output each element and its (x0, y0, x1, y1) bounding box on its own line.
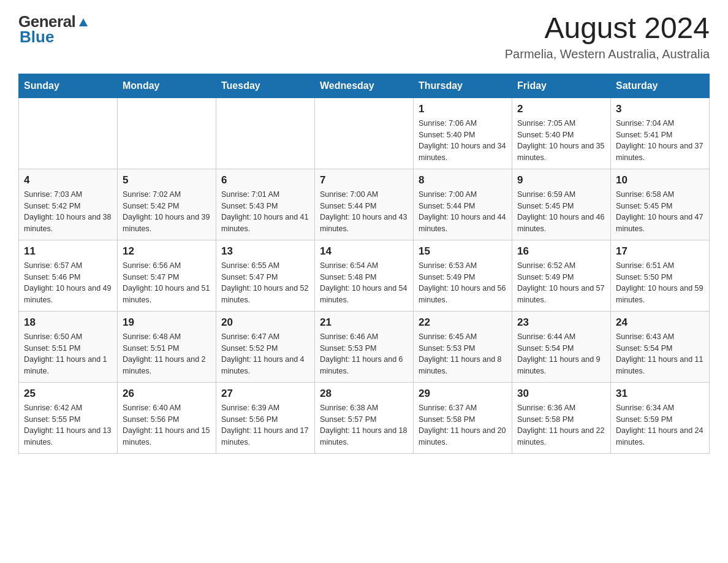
logo: General Blue (18, 12, 91, 47)
header-monday: Monday (118, 74, 216, 98)
calendar-row-3: 11Sunrise: 6:57 AM Sunset: 5:46 PM Dayli… (19, 240, 710, 311)
day-number: 6 (221, 174, 309, 186)
calendar-cell-w5-d0: 25Sunrise: 6:42 AM Sunset: 5:55 PM Dayli… (19, 382, 118, 453)
calendar-cell-w3-d3: 14Sunrise: 6:54 AM Sunset: 5:48 PM Dayli… (315, 240, 414, 311)
day-info: Sunrise: 6:44 AM Sunset: 5:54 PM Dayligh… (517, 331, 605, 377)
day-number: 5 (123, 174, 211, 186)
day-number: 9 (517, 174, 605, 186)
calendar-cell-w3-d2: 13Sunrise: 6:55 AM Sunset: 5:47 PM Dayli… (216, 240, 315, 311)
calendar-cell-w2-d1: 5Sunrise: 7:02 AM Sunset: 5:42 PM Daylig… (118, 169, 216, 240)
day-info: Sunrise: 6:58 AM Sunset: 5:45 PM Dayligh… (616, 189, 704, 235)
day-info: Sunrise: 6:48 AM Sunset: 5:51 PM Dayligh… (123, 331, 211, 377)
page-header: General Blue August 2024 Parmelia, Weste… (18, 12, 710, 61)
calendar-cell-w3-d6: 17Sunrise: 6:51 AM Sunset: 5:50 PM Dayli… (611, 240, 710, 311)
day-info: Sunrise: 7:00 AM Sunset: 5:44 PM Dayligh… (419, 189, 507, 235)
calendar-cell-w3-d0: 11Sunrise: 6:57 AM Sunset: 5:46 PM Dayli… (19, 240, 118, 311)
day-number: 31 (616, 388, 704, 400)
day-info: Sunrise: 7:06 AM Sunset: 5:40 PM Dayligh… (419, 118, 507, 164)
logo-triangle-icon (77, 15, 90, 29)
calendar-cell-w1-d0 (19, 98, 118, 169)
calendar-cell-w3-d4: 15Sunrise: 6:53 AM Sunset: 5:49 PM Dayli… (414, 240, 512, 311)
day-number: 26 (123, 388, 211, 400)
day-info: Sunrise: 7:00 AM Sunset: 5:44 PM Dayligh… (320, 189, 408, 235)
logo-blue-text: Blue (20, 28, 54, 47)
calendar-cell-w3-d1: 12Sunrise: 6:56 AM Sunset: 5:47 PM Dayli… (118, 240, 216, 311)
day-number: 11 (24, 245, 112, 258)
header-row: Sunday Monday Tuesday Wednesday Thursday… (19, 74, 710, 98)
calendar-row-2: 4Sunrise: 7:03 AM Sunset: 5:42 PM Daylig… (19, 169, 710, 240)
day-info: Sunrise: 6:51 AM Sunset: 5:50 PM Dayligh… (616, 260, 704, 306)
day-number: 16 (517, 245, 605, 258)
day-info: Sunrise: 6:46 AM Sunset: 5:53 PM Dayligh… (320, 331, 408, 377)
day-info: Sunrise: 6:34 AM Sunset: 5:59 PM Dayligh… (616, 402, 704, 448)
header-sunday: Sunday (19, 74, 118, 98)
calendar-row-5: 25Sunrise: 6:42 AM Sunset: 5:55 PM Dayli… (19, 382, 710, 453)
calendar-cell-w4-d4: 22Sunrise: 6:45 AM Sunset: 5:53 PM Dayli… (414, 311, 512, 382)
day-number: 24 (616, 316, 704, 329)
calendar-header: Sunday Monday Tuesday Wednesday Thursday… (19, 74, 710, 98)
day-info: Sunrise: 7:05 AM Sunset: 5:40 PM Dayligh… (517, 118, 605, 164)
day-number: 1 (419, 103, 507, 115)
day-number: 12 (123, 245, 211, 258)
day-number: 4 (24, 174, 112, 186)
day-info: Sunrise: 6:42 AM Sunset: 5:55 PM Dayligh… (24, 402, 112, 448)
calendar-cell-w5-d2: 27Sunrise: 6:39 AM Sunset: 5:56 PM Dayli… (216, 382, 315, 453)
calendar-cell-w4-d3: 21Sunrise: 6:46 AM Sunset: 5:53 PM Dayli… (315, 311, 414, 382)
day-number: 20 (221, 316, 309, 329)
day-info: Sunrise: 6:50 AM Sunset: 5:51 PM Dayligh… (24, 331, 112, 377)
day-number: 8 (419, 174, 507, 186)
day-number: 10 (616, 174, 704, 186)
calendar-cell-w3-d5: 16Sunrise: 6:52 AM Sunset: 5:49 PM Dayli… (512, 240, 611, 311)
day-number: 25 (24, 388, 112, 400)
calendar-cell-w4-d0: 18Sunrise: 6:50 AM Sunset: 5:51 PM Dayli… (19, 311, 118, 382)
day-number: 7 (320, 174, 408, 186)
header-thursday: Thursday (414, 74, 512, 98)
day-info: Sunrise: 6:38 AM Sunset: 5:57 PM Dayligh… (320, 402, 408, 448)
day-info: Sunrise: 6:52 AM Sunset: 5:49 PM Dayligh… (517, 260, 605, 306)
day-info: Sunrise: 6:59 AM Sunset: 5:45 PM Dayligh… (517, 189, 605, 235)
header-friday: Friday (512, 74, 611, 98)
day-info: Sunrise: 6:43 AM Sunset: 5:54 PM Dayligh… (616, 331, 704, 377)
calendar-cell-w2-d4: 8Sunrise: 7:00 AM Sunset: 5:44 PM Daylig… (414, 169, 512, 240)
header-saturday: Saturday (611, 74, 710, 98)
day-number: 18 (24, 316, 112, 329)
calendar-cell-w4-d2: 20Sunrise: 6:47 AM Sunset: 5:52 PM Dayli… (216, 311, 315, 382)
day-info: Sunrise: 7:02 AM Sunset: 5:42 PM Dayligh… (123, 189, 211, 235)
calendar-cell-w1-d1 (118, 98, 216, 169)
header-wednesday: Wednesday (315, 74, 414, 98)
day-number: 13 (221, 245, 309, 258)
calendar-row-1: 1Sunrise: 7:06 AM Sunset: 5:40 PM Daylig… (19, 98, 710, 169)
day-number: 28 (320, 388, 408, 400)
calendar-cell-w5-d3: 28Sunrise: 6:38 AM Sunset: 5:57 PM Dayli… (315, 382, 414, 453)
day-number: 30 (517, 388, 605, 400)
page-subtitle: Parmelia, Western Australia, Australia (505, 47, 710, 61)
day-info: Sunrise: 6:54 AM Sunset: 5:48 PM Dayligh… (320, 260, 408, 306)
day-info: Sunrise: 6:57 AM Sunset: 5:46 PM Dayligh… (24, 260, 112, 306)
calendar-cell-w2-d5: 9Sunrise: 6:59 AM Sunset: 5:45 PM Daylig… (512, 169, 611, 240)
day-number: 23 (517, 316, 605, 329)
calendar-cell-w4-d1: 19Sunrise: 6:48 AM Sunset: 5:51 PM Dayli… (118, 311, 216, 382)
calendar-cell-w5-d1: 26Sunrise: 6:40 AM Sunset: 5:56 PM Dayli… (118, 382, 216, 453)
day-number: 17 (616, 245, 704, 258)
title-block: August 2024 Parmelia, Western Australia,… (505, 12, 710, 61)
day-info: Sunrise: 6:40 AM Sunset: 5:56 PM Dayligh… (123, 402, 211, 448)
calendar-cell-w4-d5: 23Sunrise: 6:44 AM Sunset: 5:54 PM Dayli… (512, 311, 611, 382)
day-number: 29 (419, 388, 507, 400)
day-info: Sunrise: 6:53 AM Sunset: 5:49 PM Dayligh… (419, 260, 507, 306)
day-info: Sunrise: 7:03 AM Sunset: 5:42 PM Dayligh… (24, 189, 112, 235)
calendar-cell-w2-d6: 10Sunrise: 6:58 AM Sunset: 5:45 PM Dayli… (611, 169, 710, 240)
day-number: 19 (123, 316, 211, 329)
calendar-cell-w2-d2: 6Sunrise: 7:01 AM Sunset: 5:43 PM Daylig… (216, 169, 315, 240)
calendar-cell-w2-d3: 7Sunrise: 7:00 AM Sunset: 5:44 PM Daylig… (315, 169, 414, 240)
day-number: 22 (419, 316, 507, 329)
calendar-cell-w2-d0: 4Sunrise: 7:03 AM Sunset: 5:42 PM Daylig… (19, 169, 118, 240)
header-tuesday: Tuesday (216, 74, 315, 98)
day-number: 15 (419, 245, 507, 258)
day-info: Sunrise: 6:56 AM Sunset: 5:47 PM Dayligh… (123, 260, 211, 306)
calendar-cell-w5-d4: 29Sunrise: 6:37 AM Sunset: 5:58 PM Dayli… (414, 382, 512, 453)
day-number: 21 (320, 316, 408, 329)
calendar-cell-w1-d4: 1Sunrise: 7:06 AM Sunset: 5:40 PM Daylig… (414, 98, 512, 169)
day-info: Sunrise: 6:45 AM Sunset: 5:53 PM Dayligh… (419, 331, 507, 377)
svg-marker-0 (79, 18, 88, 26)
day-info: Sunrise: 6:37 AM Sunset: 5:58 PM Dayligh… (419, 402, 507, 448)
